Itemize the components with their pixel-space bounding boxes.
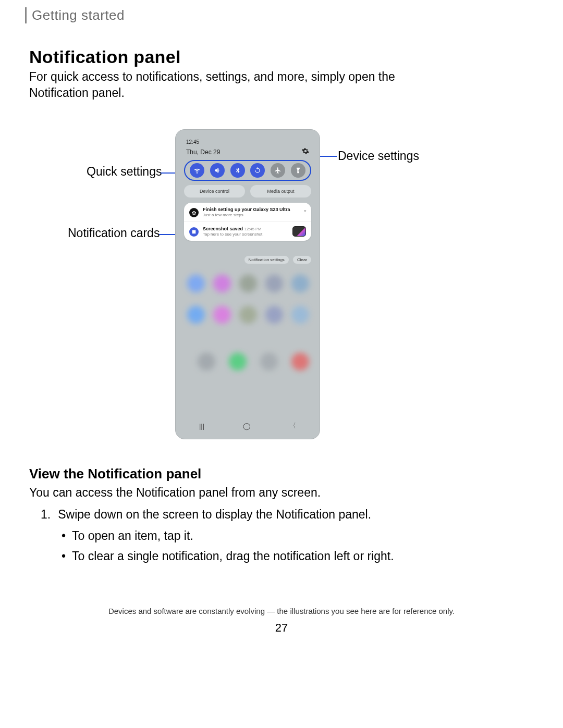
footnote: Devices and software are constantly evol…	[0, 607, 563, 615]
media-output-chip[interactable]: Media output	[250, 185, 311, 198]
phone-illustration: 12:45 Thu, Dec 29 Device control Media o…	[175, 129, 320, 439]
section-heading: View the Notification panel	[29, 466, 201, 482]
blurred-home-background	[180, 269, 315, 417]
card-title: Finish setting up your Galaxy S23 Ultra	[203, 207, 306, 212]
settings-icon: ✿	[189, 208, 199, 217]
quick-settings-row	[184, 160, 311, 181]
screenshot-thumbnail[interactable]	[292, 226, 306, 237]
wifi-icon[interactable]	[190, 163, 204, 178]
notification-cards-stack: ✿ Finish setting up your Galaxy S23 Ultr…	[184, 203, 311, 241]
card-title: Screenshot saved12:45 PM	[203, 226, 288, 231]
status-date: Thu, Dec 29	[186, 149, 220, 156]
breadcrumb: Getting started	[25, 7, 125, 23]
home-icon[interactable]: ◯	[243, 422, 251, 430]
section-body: You can access the Notification panel fr…	[29, 486, 321, 500]
notification-settings-button[interactable]: Notification settings	[244, 256, 289, 264]
notification-card[interactable]: Screenshot saved12:45 PM Tap here to see…	[184, 222, 311, 241]
page-number: 27	[0, 621, 563, 635]
recents-icon[interactable]: |||	[199, 422, 204, 430]
card-subtitle: Tap here to see your screenshot.	[203, 232, 288, 237]
device-control-chip[interactable]: Device control	[184, 185, 245, 198]
airplane-icon[interactable]	[271, 163, 285, 178]
back-icon[interactable]: 〈	[289, 421, 296, 430]
status-time: 12:45	[186, 139, 199, 145]
notification-card[interactable]: ✿ Finish setting up your Galaxy S23 Ultr…	[184, 203, 311, 222]
sub-bullet: To open an item, tap it.	[62, 529, 394, 543]
image-icon	[189, 227, 199, 237]
step-number: 1.	[41, 508, 51, 522]
sub-bullet: To clear a single notification, drag the…	[62, 549, 394, 563]
callout-quick-settings: Quick settings	[87, 165, 162, 179]
gear-icon[interactable]	[302, 147, 309, 155]
bluetooth-icon[interactable]	[230, 163, 245, 178]
rotate-icon[interactable]	[250, 163, 265, 178]
system-navbar: ||| ◯ 〈	[180, 417, 315, 435]
step-text: Swipe down on the screen to display the …	[58, 508, 371, 522]
card-subtitle: Just a few more steps	[203, 213, 306, 217]
callout-notification-cards: Notification cards	[68, 226, 160, 240]
callout-device-settings: Device settings	[338, 149, 419, 163]
step-item: 1. Swipe down on the screen to display t…	[41, 508, 394, 522]
flashlight-icon[interactable]	[291, 163, 305, 178]
clear-button[interactable]: Clear	[293, 256, 311, 264]
chevron-down-icon[interactable]: ⌄	[303, 207, 307, 213]
volume-icon[interactable]	[210, 163, 225, 178]
page-title: Notification panel	[29, 47, 181, 67]
intro-paragraph: For quick access to notifications, setti…	[29, 69, 446, 101]
card-time: 12:45 PM	[244, 227, 261, 231]
